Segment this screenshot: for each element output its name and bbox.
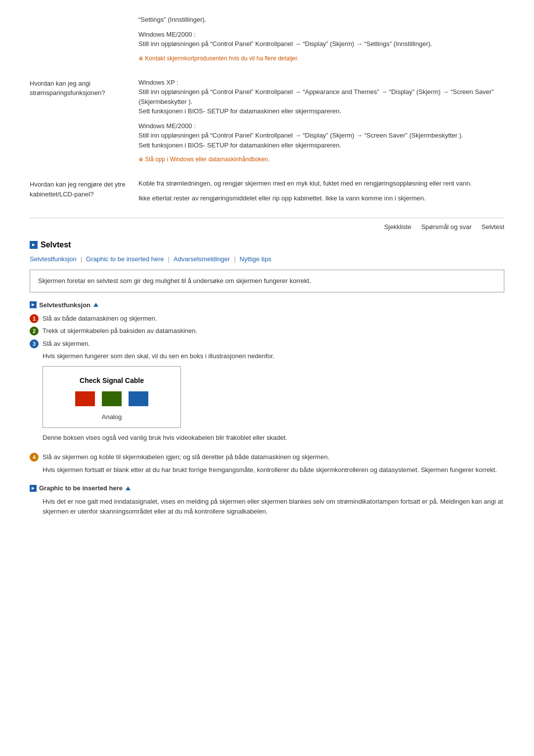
- subnav-selvtestfunksjon[interactable]: Selvtestfunksjon: [30, 255, 77, 263]
- steps-list: 1 Slå av både datamaskinen og skjermen. …: [30, 314, 504, 349]
- cleaning-question: Hvordan kan jeg rengjøre det ytre kabine…: [30, 179, 138, 208]
- selvtestfunksjon-icon: [30, 301, 37, 308]
- color-block-green: [102, 391, 122, 406]
- step-text-1: Slå av både datamaskinen og skjermen.: [43, 314, 504, 324]
- signal-cable-box: Check Signal Cable Analog: [43, 366, 181, 428]
- cleaning-answer: Koble fra strømledningen, og rengjør skj…: [138, 179, 504, 208]
- step-4: 4 Slå av skjermen og koble til skjermkab…: [30, 452, 504, 462]
- step-text-2: Trekk ut skjermkabelen på baksiden av da…: [43, 326, 504, 336]
- graphic-header: Graphic to be inserted here: [30, 484, 504, 492]
- power-saving-answer: Windows XP : Still inn oppløsningen på “…: [138, 78, 504, 169]
- power-saving-section: Hvordan kan jeg angi strømsparingsfunksj…: [30, 78, 504, 169]
- subnav-sep2: |: [168, 255, 170, 263]
- settings-section: “Settings” (Innstillinger). Windows ME/2…: [30, 15, 504, 68]
- subnav-nyttige[interactable]: Nyttige tips: [240, 255, 271, 263]
- step-badge-4: 4: [30, 453, 39, 462]
- svg-marker-1: [32, 303, 35, 306]
- collapse-triangle[interactable]: [93, 303, 98, 307]
- nav-bar: Sjekkliste Spørsmål og svar Selvtest: [30, 218, 504, 231]
- color-blocks: [53, 391, 171, 406]
- graphic-title: Graphic to be inserted here: [39, 484, 123, 492]
- subnav-advarsel[interactable]: Advarselsmeldinger: [174, 255, 230, 263]
- settings-para: “Settings” (Innstillinger).: [138, 15, 504, 25]
- svg-marker-0: [32, 243, 35, 246]
- graphic-triangle[interactable]: [126, 486, 131, 490]
- answer-col: “Settings” (Innstillinger). Windows ME/2…: [138, 15, 504, 68]
- graphic-para: Hvis det er noe galt med inndatasignalet…: [43, 497, 504, 516]
- selvtest-header: Selvtest: [30, 240, 504, 249]
- step-3: 3 Slå av skjermen.: [30, 339, 504, 349]
- winxp-power: Windows XP : Still inn oppløsningen på “…: [138, 78, 504, 116]
- sub-nav: Selvtestfunksjon | Graphic to be inserte…: [30, 255, 504, 263]
- question-col: [30, 15, 138, 68]
- before-signal-box: Hvis skjermen fungerer som den skal, vil…: [43, 351, 504, 361]
- svg-marker-2: [32, 487, 35, 490]
- selvtest-title: Selvtest: [41, 240, 71, 249]
- step-2: 2 Trekk ut skjermkabelen på baksiden av …: [30, 326, 504, 336]
- step-badge-2: 2: [30, 327, 39, 335]
- winme-power: Windows ME/2000 : Still inn oppløsningen…: [138, 121, 504, 150]
- para-after-4: Hvis skjermen fortsatt er blank etter at…: [43, 465, 504, 475]
- graphic-icon: [30, 485, 37, 492]
- info-box: Skjermen foretar en selvtest som gir deg…: [30, 270, 504, 292]
- step-text-4: Slå av skjermen og koble til skjermkabel…: [43, 452, 504, 462]
- signal-title: Check Signal Cable: [53, 377, 171, 384]
- subnav-sep1: |: [81, 255, 82, 263]
- subnav-graphic[interactable]: Graphic to be inserted here: [86, 255, 164, 263]
- cleaning-section: Hvordan kan jeg rengjøre det ytre kabine…: [30, 179, 504, 208]
- selvtestfunksjon-title: Selvtestfunksjon: [39, 301, 90, 309]
- info-box-text: Skjermen foretar en selvtest som gir deg…: [38, 277, 311, 284]
- note-contact: Kontakt skjermkortprodusenten hvis du vi…: [138, 54, 504, 63]
- selvtestfunksjon-header: Selvtestfunksjon: [30, 301, 504, 309]
- after-signal-box: Denne boksen vises også ved vanlig bruk …: [43, 433, 504, 443]
- color-block-blue: [129, 391, 148, 406]
- color-block-red: [75, 391, 95, 406]
- cleaning-para1: Koble fra strømledningen, og rengjør skj…: [138, 179, 504, 189]
- note-windows: Slå opp i Windows eller datamaskinhåndbo…: [138, 155, 504, 164]
- cleaning-para2: Ikke etterlat rester av rengjøringsmidde…: [138, 193, 504, 203]
- selvtest-icon: [30, 241, 38, 249]
- subnav-sep3: |: [234, 255, 235, 263]
- step-text-3: Slå av skjermen.: [43, 339, 504, 349]
- step-badge-3: 3: [30, 339, 39, 348]
- windows-me2000-settings: Windows ME/2000 : Still inn oppløsningen…: [138, 30, 504, 49]
- nav-selvtest[interactable]: Selvtest: [482, 223, 504, 231]
- steps-list-4: 4 Slå av skjermen og koble til skjermkab…: [30, 452, 504, 462]
- nav-sporsmal[interactable]: Spørsmål og svar: [421, 223, 472, 231]
- step-1: 1 Slå av både datamaskinen og skjermen.: [30, 314, 504, 324]
- power-saving-question: Hvordan kan jeg angi strømsparingsfunksj…: [30, 78, 138, 169]
- signal-subtitle: Analog: [53, 413, 171, 421]
- step-badge-1: 1: [30, 314, 39, 323]
- nav-sjekkliste[interactable]: Sjekkliste: [384, 223, 411, 231]
